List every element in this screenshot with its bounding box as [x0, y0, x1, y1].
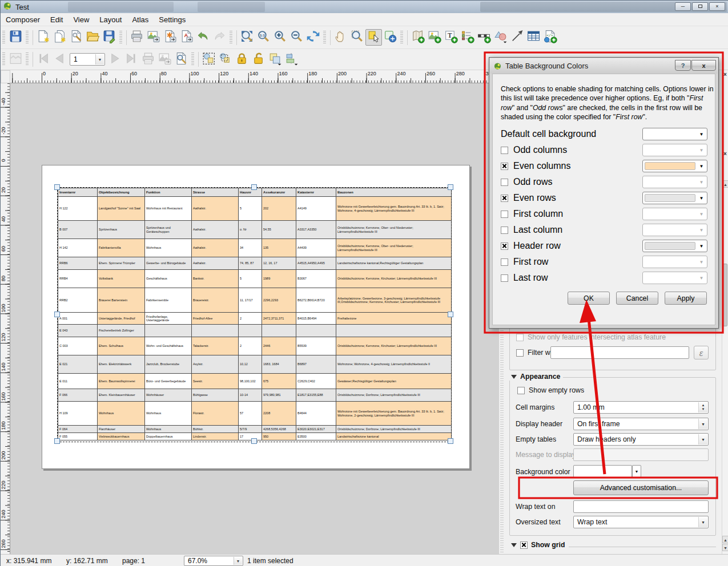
first-row-checkbox[interactable] — [501, 258, 508, 266]
export-image-button[interactable] — [145, 29, 162, 46]
zoom-tool-button[interactable] — [349, 29, 365, 46]
show-grid-header[interactable]: Show grid — [508, 541, 568, 549]
lock-button[interactable] — [234, 51, 250, 68]
ok-button[interactable]: OK — [568, 292, 610, 305]
dialog-close-button[interactable]: x — [691, 60, 716, 71]
select-all-button[interactable] — [200, 51, 217, 68]
composition-canvas[interactable]: InventarnrObjektbezeichnungFunktionStras… — [10, 83, 499, 554]
header-row-color-dropdown[interactable]: ▼ — [642, 240, 707, 252]
expression-builder-button[interactable]: ε — [694, 346, 709, 359]
cell-margins-spinbox[interactable]: 1.00 mm ▲▼ — [573, 401, 709, 414]
menu-view[interactable]: View — [68, 14, 94, 26]
chevron-down-icon[interactable]: ▼ — [95, 54, 104, 64]
odd-rows-checkbox[interactable] — [501, 179, 508, 186]
toolbar-grip[interactable] — [400, 31, 403, 45]
add-map-button[interactable] — [409, 29, 426, 46]
add-image-button[interactable] — [426, 29, 443, 46]
last-row-checkbox[interactable] — [501, 274, 508, 282]
zoom-level-combo[interactable]: 67.0% ▼ — [184, 556, 243, 566]
background-color-dropdown[interactable]: ▼ — [632, 465, 641, 478]
menu-layout[interactable]: Layout — [94, 14, 127, 26]
move-item-content-button[interactable] — [382, 29, 399, 46]
atlas-page-combo[interactable]: 1▼ — [70, 53, 105, 66]
raise-items-button[interactable] — [267, 51, 283, 68]
add-label-button[interactable]: T — [443, 29, 459, 46]
zoom-actual-button[interactable]: 1:1 — [255, 29, 272, 46]
empty-tables-combo[interactable]: Draw headers only ▼ — [573, 433, 709, 446]
even-columns-checkbox[interactable] — [501, 163, 508, 170]
menu-settings[interactable]: Settings — [154, 14, 191, 26]
background-color-button[interactable] — [573, 465, 632, 478]
odd-columns-checkbox[interactable] — [501, 147, 508, 154]
spinbox-arrows-icon[interactable]: ▲▼ — [698, 402, 707, 413]
dock-close-icon[interactable]: × — [723, 151, 727, 157]
chevron-down-icon[interactable]: ▼ — [698, 517, 707, 527]
even-rows-checkbox[interactable] — [501, 195, 508, 202]
even-rows-color-dropdown[interactable]: ▼ — [642, 192, 707, 204]
toolbar-grip[interactable] — [119, 31, 122, 45]
toolbar-grip[interactable] — [2, 52, 5, 66]
first-column-checkbox[interactable] — [501, 211, 508, 218]
toolbar-grip[interactable] — [230, 31, 232, 45]
export-svg-button[interactable] — [162, 29, 178, 46]
cancel-button[interactable]: Cancel — [616, 292, 658, 305]
show-empty-rows-checkbox[interactable]: Show empty rows — [517, 386, 584, 394]
chevron-down-icon[interactable]: ▼ — [697, 192, 706, 204]
menu-atlas[interactable]: Atlas — [127, 14, 154, 26]
toolbar-grip[interactable] — [323, 31, 326, 45]
even-columns-color-dropdown[interactable]: ▼ — [642, 160, 707, 172]
add-shape-button[interactable] — [492, 29, 509, 46]
new-composition-button[interactable] — [35, 29, 51, 46]
save-as-template-button[interactable] — [101, 29, 118, 46]
select-move-item-button[interactable] — [365, 29, 382, 46]
open-button[interactable] — [85, 29, 101, 46]
title-bar[interactable]: Test ─ × — [1, 1, 728, 13]
last-column-checkbox[interactable] — [501, 227, 508, 234]
display-header-combo[interactable]: On first frame ▼ — [573, 418, 709, 430]
chevron-down-icon[interactable]: ▼ — [697, 160, 706, 172]
deselect-button[interactable] — [217, 51, 234, 68]
pan-button[interactable] — [332, 29, 349, 46]
add-arrow-button[interactable] — [509, 29, 525, 46]
chevron-down-icon[interactable]: ▼ — [234, 557, 242, 565]
toolbar-grip[interactable] — [191, 52, 194, 66]
refresh-button[interactable] — [305, 29, 321, 46]
composition-page[interactable]: InventarnrObjektbezeichnungFunktionStras… — [42, 165, 470, 469]
unlock-button[interactable] — [250, 51, 267, 68]
align-items-button[interactable] — [283, 51, 300, 68]
oversized-text-combo[interactable]: Wrap text ▼ — [573, 516, 709, 528]
zoom-out-button[interactable] — [288, 29, 305, 46]
composer-manager-button[interactable] — [68, 29, 85, 46]
menu-composer[interactable]: Composer — [1, 14, 45, 26]
save-button[interactable] — [7, 29, 24, 46]
dialog-help-button[interactable]: ? — [675, 60, 691, 71]
appearance-group-header[interactable]: Appearance — [508, 373, 563, 381]
chevron-down-icon[interactable]: ▼ — [698, 434, 707, 444]
wrap-text-on-input[interactable] — [573, 500, 709, 513]
add-html-button[interactable]: </> — [542, 29, 558, 46]
add-attribute-table-button[interactable] — [525, 29, 542, 46]
advanced-customisation-button[interactable]: Advanced customisation... — [573, 480, 709, 495]
undo-button[interactable] — [195, 29, 211, 46]
filter-expression-input[interactable] — [550, 346, 689, 359]
zoom-in-button[interactable] — [272, 29, 288, 46]
attribute-table-item[interactable]: InventarnrObjektbezeichnungFunktionStras… — [58, 188, 452, 440]
dock-close-icon[interactable]: × — [723, 71, 727, 78]
restore-button[interactable] — [692, 2, 708, 11]
export-pdf-button[interactable]: A — [178, 29, 195, 46]
chevron-down-icon[interactable]: ▼ — [698, 419, 707, 429]
toolbar-grip[interactable] — [26, 52, 29, 66]
chevron-down-icon[interactable]: ▼ — [697, 128, 706, 140]
minimize-button[interactable]: ─ — [675, 2, 691, 11]
apply-button[interactable]: Apply — [665, 292, 707, 305]
chevron-down-icon[interactable]: ▼ — [697, 240, 706, 252]
atlas-settings-button[interactable] — [173, 51, 190, 68]
add-legend-button[interactable] — [459, 29, 476, 46]
scrollbar-thumb[interactable] — [722, 264, 727, 326]
show-only-intersecting-checkbox[interactable]: Show only features intersecting atlas fe… — [516, 333, 666, 341]
print-button[interactable] — [128, 29, 145, 46]
header-row-checkbox[interactable] — [501, 242, 508, 250]
show-grid-checkbox[interactable] — [520, 541, 528, 549]
close-button[interactable]: × — [709, 2, 725, 11]
toolbar-grip[interactable] — [26, 31, 29, 45]
